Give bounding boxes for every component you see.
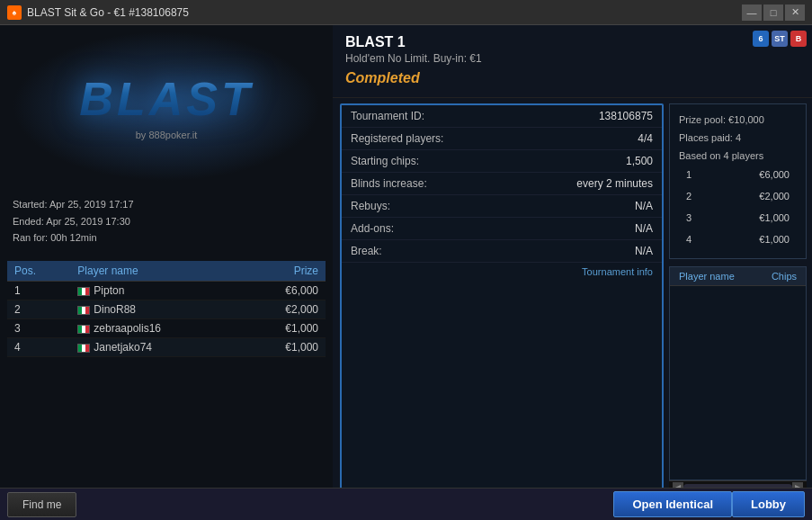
- flag-icon: [77, 344, 90, 353]
- detail-row-addons: Add-ons: N/A: [342, 218, 662, 240]
- chips-col-player: Player name: [670, 267, 755, 286]
- right-panel: BLAST 1 Hold'em No Limit. Buy-in: €1 Com…: [333, 25, 812, 520]
- ran-for: Ran for: 00h 12min: [13, 229, 320, 247]
- prize-place-1: 1: [679, 165, 715, 186]
- prize-2: €2,000: [242, 300, 326, 319]
- detail-value-rebuys: N/A: [635, 200, 653, 212]
- prize-panel: Prize pool: €10,000 Places paid: 4 Based…: [669, 103, 807, 493]
- detail-value-players: 4/4: [638, 132, 653, 145]
- full-bottom-bar: Find me Open Identical Lobby: [0, 488, 812, 520]
- col-player: Player name: [70, 261, 242, 282]
- badge-b: B: [790, 31, 807, 47]
- player-1: Pipton: [70, 282, 242, 300]
- find-me-button[interactable]: Find me: [7, 492, 76, 517]
- close-button[interactable]: ✕: [785, 4, 805, 21]
- chips-table: Player name Chips: [670, 267, 806, 286]
- flag-icon: [77, 287, 90, 296]
- tournament-info-link[interactable]: Tournament info: [342, 263, 662, 282]
- open-identical-button[interactable]: Open Identical: [613, 491, 732, 517]
- prize-4: €1,000: [242, 338, 326, 357]
- player-4: Janetjako74: [70, 338, 242, 357]
- detail-row-players: Registered players: 4/4: [342, 128, 662, 150]
- right-middle: Tournament ID: 138106875 Registered play…: [333, 98, 812, 498]
- lobby-button[interactable]: Lobby: [732, 491, 805, 517]
- table-row: 4 Janetjako74 €1,000: [7, 338, 326, 357]
- flag-icon: [77, 325, 90, 334]
- tournament-subtitle: Hold'em No Limit. Buy-in: €1: [345, 52, 799, 65]
- prize-amount-1: €6,000: [715, 165, 797, 186]
- prize-row: 4 €1,000: [679, 229, 797, 251]
- left-panel: BLAST by 888poker.it Started: Apr 25, 20…: [0, 25, 333, 520]
- ended-time: Ended: Apr 25, 2019 17:30: [13, 213, 320, 230]
- tournament-details: Tournament ID: 138106875 Registered play…: [340, 103, 664, 493]
- prize-row: 2 €2,000: [679, 186, 797, 208]
- prize-info-box: Prize pool: €10,000 Places paid: 4 Based…: [669, 103, 807, 259]
- prize-1: €6,000: [242, 282, 326, 300]
- badge-6: 6: [753, 31, 769, 47]
- player-2: DinoR88: [70, 300, 242, 319]
- results-table: Pos. Player name Prize 1 Pipton €6,000 2…: [7, 261, 326, 357]
- session-info: Started: Apr 25, 2019 17:17 Ended: Apr 2…: [0, 187, 333, 256]
- prize-row: 1 €6,000: [679, 165, 797, 186]
- blast-logo-sub: by 888poker.it: [136, 130, 198, 140]
- prize-row: 3 €1,000: [679, 208, 797, 229]
- table-row: 2 DinoR88 €2,000: [7, 300, 326, 319]
- minimize-button[interactable]: —: [742, 4, 762, 21]
- table-row: 3 zebraapolis16 €1,000: [7, 319, 326, 338]
- detail-label-blinds: Blinds increase:: [351, 177, 427, 190]
- title-bar-controls: — □ ✕: [742, 4, 805, 21]
- blast-logo-area: BLAST by 888poker.it: [0, 25, 333, 187]
- badge-st: ST: [772, 31, 788, 47]
- title-bar-left: ♠ BLAST Sit & Go - €1 #138106875: [7, 5, 189, 20]
- main-container: BLAST by 888poker.it Started: Apr 25, 20…: [0, 25, 812, 520]
- blast-logo: BLAST: [79, 72, 253, 126]
- col-prize: Prize: [242, 261, 326, 282]
- detail-label-id: Tournament ID:: [351, 110, 424, 122]
- detail-value-chips: 1,500: [626, 155, 653, 167]
- based-on: Based on 4 players: [679, 148, 797, 166]
- detail-value-addons: N/A: [635, 222, 653, 235]
- window-title: BLAST Sit & Go - €1 #138106875: [27, 6, 189, 19]
- prize-amount-3: €1,000: [715, 208, 797, 229]
- prize-place-2: 2: [679, 186, 715, 208]
- status-completed: Completed: [345, 70, 799, 86]
- pos-1: 1: [7, 282, 70, 300]
- pos-4: 4: [7, 338, 70, 357]
- prize-place-3: 3: [679, 208, 715, 229]
- detail-label-chips: Starting chips:: [351, 155, 419, 167]
- prize-amount-2: €2,000: [715, 186, 797, 208]
- title-bar: ♠ BLAST Sit & Go - €1 #138106875 — □ ✕: [0, 0, 812, 25]
- detail-label-break: Break:: [351, 245, 382, 257]
- detail-row-break: Break: N/A: [342, 240, 662, 263]
- player-3: zebraapolis16: [70, 319, 242, 338]
- badge-icons: 6 ST B: [753, 31, 807, 47]
- detail-value-break: N/A: [635, 245, 653, 257]
- chips-panel: Player name Chips: [669, 266, 807, 480]
- detail-row-rebuys: Rebuys: N/A: [342, 195, 662, 218]
- col-pos: Pos.: [7, 261, 70, 282]
- tournament-title: BLAST 1: [345, 34, 799, 50]
- detail-label-addons: Add-ons:: [351, 222, 394, 235]
- prize-place-4: 4: [679, 229, 715, 251]
- detail-row-chips: Starting chips: 1,500: [342, 150, 662, 173]
- prize-3: €1,000: [242, 319, 326, 338]
- prize-pool: Prize pool: €10,000: [679, 112, 797, 130]
- detail-label-rebuys: Rebuys:: [351, 200, 390, 212]
- started-time: Started: Apr 25, 2019 17:17: [13, 196, 320, 213]
- detail-value-blinds: every 2 minutes: [576, 177, 653, 190]
- prize-table: 1 €6,000 2 €2,000 3 €1,000 4: [679, 165, 797, 250]
- detail-row-blinds: Blinds increase: every 2 minutes: [342, 173, 662, 195]
- flag-icon: [77, 306, 90, 315]
- table-row: 1 Pipton €6,000: [7, 282, 326, 300]
- prize-amount-4: €1,000: [715, 229, 797, 251]
- right-top: BLAST 1 Hold'em No Limit. Buy-in: €1 Com…: [333, 25, 812, 98]
- app-icon: ♠: [7, 5, 22, 20]
- detail-label-players: Registered players:: [351, 132, 443, 145]
- maximize-button[interactable]: □: [763, 4, 783, 21]
- pos-3: 3: [7, 319, 70, 338]
- places-paid: Places paid: 4: [679, 130, 797, 148]
- detail-row-id: Tournament ID: 138106875: [342, 105, 662, 128]
- pos-2: 2: [7, 300, 70, 319]
- chips-col-chips: Chips: [755, 267, 806, 286]
- detail-value-id: 138106875: [599, 110, 653, 122]
